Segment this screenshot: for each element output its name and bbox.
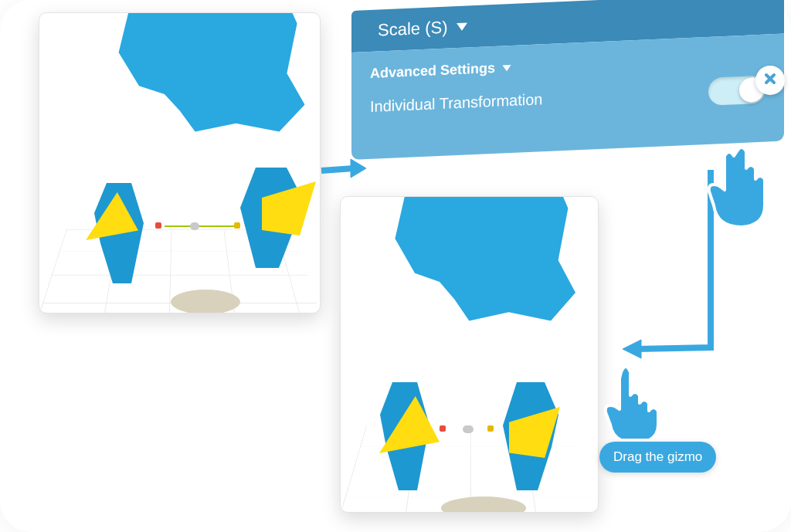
individual-transformation-row: Individual Transformation (370, 76, 766, 120)
gizmo-handle-y[interactable] (234, 222, 240, 229)
advanced-settings-label: Advanced Settings (370, 60, 495, 82)
gizmo-handle-x[interactable] (440, 425, 446, 432)
viewport-before (39, 12, 321, 313)
model-body (341, 196, 588, 390)
drag-hint-text: Drag the gizmo (613, 449, 702, 464)
gizmo-handle-x[interactable] (155, 222, 161, 229)
svg-marker-2 (623, 340, 641, 358)
setting-label: Individual Transformation (370, 90, 542, 116)
arrow-step-1 (320, 151, 366, 190)
svg-marker-1 (351, 159, 366, 178)
advanced-settings-row[interactable]: Advanced Settings (370, 49, 766, 82)
gizmo-handle-y[interactable] (487, 425, 494, 432)
dropdown-icon (502, 64, 511, 70)
cursor-hand-icon (599, 361, 669, 439)
tutorial-card: Scale (S) Advanced Settings Individual T… (0, 0, 791, 532)
svg-line-0 (321, 168, 354, 171)
gizmo-center[interactable] (463, 425, 474, 433)
drag-hint-label: Drag the gizmo (599, 442, 716, 473)
gizmo-center[interactable] (190, 222, 199, 230)
cursor-hand-icon (701, 144, 779, 229)
close-button[interactable] (755, 66, 785, 95)
dropdown-icon (457, 22, 467, 31)
ground-shadow (171, 290, 240, 313)
gizmo-axis[interactable] (165, 225, 234, 227)
viewport-after (340, 196, 599, 513)
panel-title: Scale (S) (378, 18, 447, 41)
panel-body: Advanced Settings Individual Transformat… (351, 34, 784, 160)
close-icon (763, 72, 777, 90)
